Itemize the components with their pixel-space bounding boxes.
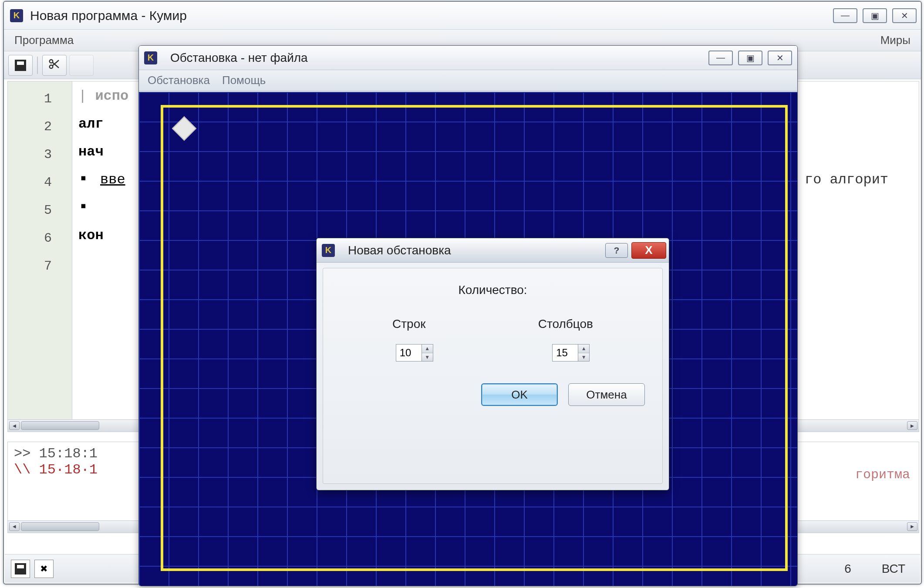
code-right-fragment: го алгорит xyxy=(805,169,888,191)
save-icon xyxy=(15,60,26,71)
rows-spinbox[interactable]: ▲ ▼ xyxy=(396,344,433,362)
cancel-button[interactable]: Отмена xyxy=(568,383,645,406)
dialog-titlebar: K Новая обстановка ? X xyxy=(317,238,669,263)
new-environment-dialog: K Новая обстановка ? X Количество: Строк… xyxy=(316,238,669,490)
console-right-fragment: горитма xyxy=(855,467,910,482)
scroll-left-arrow[interactable]: ◄ xyxy=(9,421,20,430)
line-number: 7 xyxy=(8,252,72,280)
env-titlebar: K Обстановка - нет файла — ▣ ✕ xyxy=(139,46,797,70)
rows-down-button[interactable]: ▼ xyxy=(422,353,433,362)
x-icon: ✖ xyxy=(40,564,48,574)
menu-program[interactable]: Программа xyxy=(11,32,77,49)
status-value-1: 6 xyxy=(836,560,860,578)
env-maximize-button[interactable]: ▣ xyxy=(738,51,762,65)
cols-spinbox[interactable]: ▲ ▼ xyxy=(552,344,590,362)
svg-point-0 xyxy=(50,60,53,63)
count-label: Количество: xyxy=(336,283,649,297)
editor-gutter: 1 2 3 4 5 6 7 xyxy=(8,81,72,432)
env-window-title: Обстановка - нет файла xyxy=(170,51,708,65)
scroll-thumb[interactable] xyxy=(21,522,99,531)
env-minimize-button[interactable]: — xyxy=(708,51,733,65)
scroll-thumb[interactable] xyxy=(21,421,99,430)
main-close-button[interactable]: ✕ xyxy=(892,8,917,23)
cols-down-button[interactable]: ▼ xyxy=(578,353,589,362)
status-value-2: ВСТ xyxy=(873,560,914,578)
menu-worlds[interactable]: Миры xyxy=(877,32,914,49)
line-number: 1 xyxy=(8,85,72,113)
scroll-right-arrow[interactable]: ► xyxy=(907,522,917,531)
app-icon: K xyxy=(10,9,23,22)
env-menu-help[interactable]: Помощь xyxy=(222,74,266,87)
dialog-help-button[interactable]: ? xyxy=(605,243,628,258)
main-window-title: Новая программа - Кумир xyxy=(30,8,833,23)
line-number: 3 xyxy=(8,141,72,169)
line-number: 5 xyxy=(8,196,72,224)
statusbar-x-button[interactable]: ✖ xyxy=(34,560,54,578)
line-number: 4 xyxy=(8,169,72,196)
env-close-button[interactable]: ✕ xyxy=(768,51,792,65)
main-minimize-button[interactable]: — xyxy=(833,8,857,23)
scroll-left-arrow[interactable]: ◄ xyxy=(9,522,20,531)
toolbar-separator xyxy=(37,57,38,74)
rows-up-button[interactable]: ▲ xyxy=(422,345,433,353)
save-icon xyxy=(15,563,26,574)
main-titlebar: K Новая программа - Кумир — ▣ ✕ xyxy=(4,2,921,30)
env-menubar: Обстановка Помощь xyxy=(139,70,797,91)
toolbar-save-button[interactable] xyxy=(8,55,33,76)
dialog-body: Количество: Строк Столбцов ▲ ▼ ▲ ▼ xyxy=(323,268,663,484)
scroll-right-arrow[interactable]: ► xyxy=(907,421,917,430)
dialog-title: Новая обстановка xyxy=(348,243,605,257)
svg-point-1 xyxy=(50,65,53,69)
app-icon: K xyxy=(322,244,335,257)
env-menu-environment[interactable]: Обстановка xyxy=(148,74,210,87)
main-maximize-button[interactable]: ▣ xyxy=(863,8,887,23)
toolbar-cut-button[interactable] xyxy=(42,55,67,76)
cols-input[interactable] xyxy=(552,344,578,362)
line-number: 2 xyxy=(8,113,72,141)
line-number: 6 xyxy=(8,224,72,252)
toolbar-disabled-button xyxy=(69,55,94,76)
cols-up-button[interactable]: ▲ xyxy=(578,345,589,353)
dialog-close-button[interactable]: X xyxy=(631,242,666,259)
app-icon: K xyxy=(144,51,157,64)
scissors-icon xyxy=(48,57,61,73)
cols-label: Столбцов xyxy=(538,317,593,331)
statusbar-save-button[interactable] xyxy=(11,560,30,578)
rows-label: Строк xyxy=(392,317,425,331)
ok-button[interactable]: OK xyxy=(481,383,558,406)
rows-input[interactable] xyxy=(396,344,422,362)
